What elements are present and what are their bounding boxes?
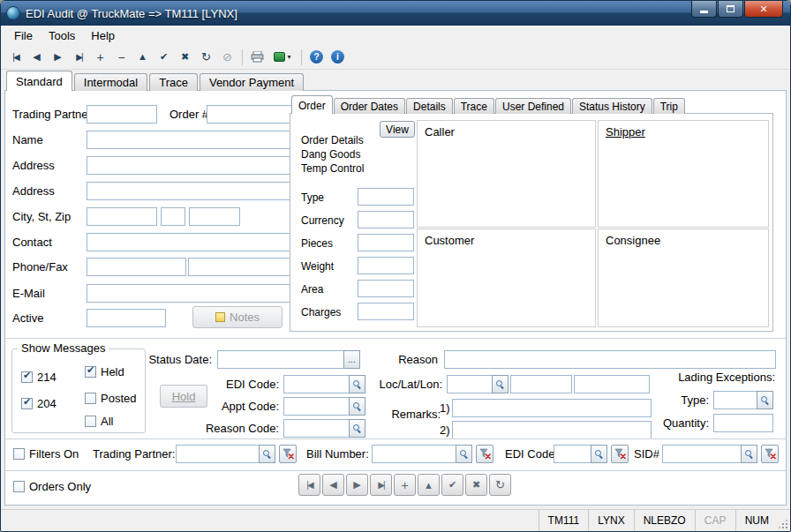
remark2-input[interactable]	[452, 421, 652, 439]
tab-intermodal[interactable]: Intermodal	[74, 73, 147, 91]
nav-prior-button[interactable]: ◀	[322, 474, 344, 496]
toolbar-insert-button[interactable]: +	[90, 47, 110, 67]
filter-trading-partner-input[interactable]	[176, 445, 259, 463]
shipper-label[interactable]: Shipper	[606, 125, 645, 139]
loc-lookup-button[interactable]	[492, 375, 508, 393]
resize-grip[interactable]	[778, 510, 790, 531]
trading-partner-input[interactable]	[87, 105, 157, 124]
area-input[interactable]	[358, 280, 414, 297]
toolbar-post-button[interactable]: ✔	[154, 47, 174, 67]
order-number-input[interactable]	[207, 105, 292, 124]
filter-trading-partner-clear-button[interactable]	[279, 445, 297, 463]
name-input[interactable]	[87, 131, 292, 149]
nav-next-button[interactable]: ▶	[346, 474, 368, 496]
maximize-button[interactable]	[718, 1, 743, 18]
reason-code-lookup-button[interactable]	[349, 419, 365, 438]
toolbar-edit-button[interactable]: ▲	[132, 47, 153, 67]
toolbar-cancel-updates-button[interactable]: ⊘	[217, 47, 237, 67]
state-input[interactable]	[161, 207, 185, 226]
toolbar-next-button[interactable]: ▶	[48, 47, 68, 67]
tab-order-dates[interactable]: Order Dates	[334, 98, 405, 114]
filter-edi-code-input[interactable]	[554, 445, 591, 463]
filter-bill-number-input[interactable]	[372, 445, 456, 463]
lat-input[interactable]	[510, 375, 572, 393]
toolbar-first-button[interactable]: |◀	[5, 47, 26, 67]
lading-type-input[interactable]	[713, 391, 757, 409]
contact-input[interactable]	[87, 233, 292, 251]
fax-input[interactable]	[188, 258, 292, 276]
reason-input[interactable]	[444, 350, 776, 369]
tab-details[interactable]: Details	[406, 98, 453, 114]
tab-user-defined[interactable]: User Defined	[495, 98, 571, 114]
toolbar-print-button[interactable]	[247, 47, 267, 67]
nav-last-button[interactable]: ▶|	[370, 474, 392, 496]
appt-code-lookup-button[interactable]	[349, 397, 365, 416]
checkbox-204[interactable]: 204	[21, 397, 56, 410]
active-input[interactable]	[87, 309, 166, 327]
checkbox-all[interactable]: All	[85, 415, 113, 428]
toolbar-export-button[interactable]: ▾	[268, 47, 297, 67]
hold-button[interactable]: Hold	[160, 385, 207, 408]
toolbar-prior-button[interactable]: ◀	[26, 47, 47, 67]
nav-refresh-button[interactable]: ↻	[489, 474, 511, 496]
toolbar-refresh-button[interactable]: ↻	[196, 47, 216, 67]
lading-quantity-input[interactable]	[713, 414, 773, 432]
address2-input[interactable]	[87, 182, 292, 200]
menu-tools[interactable]: Tools	[41, 27, 83, 44]
filter-edi-code-clear-button[interactable]	[611, 445, 629, 463]
tab-status-history[interactable]: Status History	[572, 98, 652, 114]
email-input[interactable]	[87, 284, 292, 303]
nav-insert-button[interactable]: +	[394, 474, 416, 496]
status-date-input[interactable]	[217, 350, 343, 369]
reason-code-input[interactable]	[283, 419, 349, 438]
filters-on-checkbox[interactable]: Filters On	[13, 447, 79, 461]
nav-first-button[interactable]: |◀	[298, 474, 320, 496]
filter-edi-code-lookup-button[interactable]	[591, 445, 607, 463]
nav-cancel-button[interactable]: ✖	[465, 474, 487, 496]
pieces-input[interactable]	[358, 234, 414, 251]
filter-bill-number-lookup-button[interactable]	[456, 445, 472, 463]
currency-input[interactable]	[358, 211, 414, 229]
tab-trip[interactable]: Trip	[653, 98, 685, 114]
checkbox-214[interactable]: 214	[21, 371, 56, 384]
checkbox-held[interactable]: Held	[85, 365, 124, 378]
filter-bill-number-clear-button[interactable]	[476, 445, 493, 463]
filter-trading-partner-lookup-button[interactable]	[259, 445, 275, 463]
tab-vendor-payment[interactable]: Vendor Payment	[200, 73, 304, 91]
tab-trace[interactable]: Trace	[149, 73, 198, 91]
close-button[interactable]: ✕	[744, 1, 783, 18]
toolbar-help-button[interactable]: ?	[306, 47, 327, 67]
tab-standard[interactable]: Standard	[6, 71, 72, 91]
view-button[interactable]: View	[380, 121, 415, 138]
weight-input[interactable]	[358, 257, 414, 274]
tab-order[interactable]: Order	[291, 95, 333, 114]
menu-help[interactable]: Help	[83, 27, 123, 44]
filter-sid-input[interactable]	[662, 445, 741, 463]
lading-type-lookup-button[interactable]	[757, 391, 773, 409]
status-date-ellipsis-button[interactable]: ...	[343, 350, 360, 369]
edi-code-input[interactable]	[283, 375, 349, 393]
minimize-button[interactable]	[691, 1, 717, 18]
checkbox-posted[interactable]: Posted	[85, 392, 136, 405]
remark1-input[interactable]	[452, 399, 652, 417]
edi-code-lookup-button[interactable]	[349, 375, 365, 393]
loc-input[interactable]	[447, 375, 492, 393]
appt-code-input[interactable]	[283, 397, 349, 416]
notes-button[interactable]: Notes	[192, 306, 282, 328]
toolbar-last-button[interactable]: ▶|	[69, 47, 89, 67]
city-input[interactable]	[87, 207, 157, 226]
nav-edit-button[interactable]: ▲	[418, 474, 440, 496]
toolbar-delete-button[interactable]: −	[111, 47, 132, 67]
address1-input[interactable]	[87, 156, 292, 175]
phone-input[interactable]	[87, 258, 186, 276]
charges-input[interactable]	[358, 303, 414, 320]
filter-sid-lookup-button[interactable]	[741, 445, 757, 463]
toolbar-about-button[interactable]: i	[328, 47, 348, 67]
menu-file[interactable]: File	[6, 27, 41, 44]
toolbar-cancel-button[interactable]: ✖	[175, 47, 195, 67]
filter-sid-clear-button[interactable]	[761, 445, 779, 463]
nav-post-button[interactable]: ✔	[441, 474, 463, 496]
type-input[interactable]	[358, 188, 414, 206]
zip-input[interactable]	[189, 207, 240, 226]
tab-order-trace[interactable]: Trace	[454, 98, 494, 114]
